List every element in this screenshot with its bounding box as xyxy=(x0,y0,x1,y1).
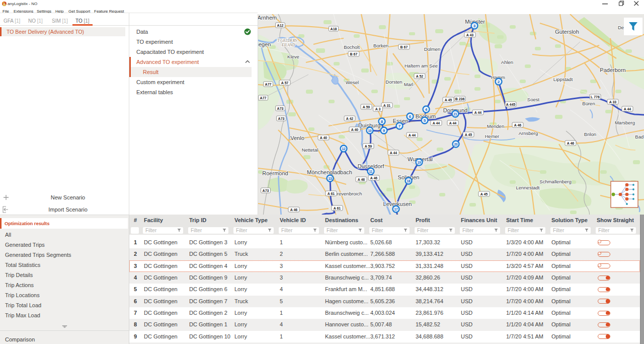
svg-text:B 67: B 67 xyxy=(400,45,408,49)
svg-text:A 42: A 42 xyxy=(346,117,354,120)
svg-text:Venlo: Venlo xyxy=(290,135,304,141)
svg-text:A 445: A 445 xyxy=(506,103,516,106)
svg-text:2: 2 xyxy=(498,80,500,84)
svg-text:Grevenbroich: Grevenbroich xyxy=(333,191,362,196)
svg-text:Soest: Soest xyxy=(527,97,540,102)
svg-text:A 45: A 45 xyxy=(465,133,472,136)
svg-text:A18: A18 xyxy=(331,27,337,31)
svg-text:5: 5 xyxy=(424,118,426,123)
svg-text:19: 19 xyxy=(417,161,421,164)
svg-text:Büren: Büren xyxy=(582,101,595,106)
svg-text:A 57: A 57 xyxy=(281,81,289,85)
svg-text:Mönchengladbach: Mönchengladbach xyxy=(307,169,352,175)
svg-text:11: 11 xyxy=(369,170,373,173)
svg-text:Ahlen: Ahlen xyxy=(501,59,513,65)
svg-text:Arnsberg: Arnsberg xyxy=(519,130,538,136)
svg-text:L 776: L 776 xyxy=(591,95,600,99)
svg-text:10: 10 xyxy=(368,129,372,132)
svg-text:EILAND: EILAND xyxy=(281,43,295,47)
svg-text:iegen: iegen xyxy=(258,41,271,47)
svg-text:Roermond: Roermond xyxy=(262,170,288,176)
svg-text:B 236: B 236 xyxy=(455,97,465,101)
svg-text:Hemer: Hemer xyxy=(485,133,500,139)
svg-text:A 40: A 40 xyxy=(320,136,328,140)
svg-text:Bad A: Bad A xyxy=(635,134,644,140)
svg-text:A 45: A 45 xyxy=(445,98,452,102)
svg-text:A73: A73 xyxy=(263,189,269,192)
svg-text:Borken: Borken xyxy=(373,43,388,48)
svg-text:A 46: A 46 xyxy=(514,123,522,127)
svg-text:A 31: A 31 xyxy=(383,104,391,107)
svg-text:B 67: B 67 xyxy=(350,52,358,56)
svg-text:6: 6 xyxy=(409,114,412,119)
svg-text:Brilon: Brilon xyxy=(584,131,596,137)
svg-text:Haltern am See: Haltern am See xyxy=(405,63,438,68)
svg-text:A77: A77 xyxy=(260,96,267,100)
svg-text:A 61: A 61 xyxy=(334,207,341,210)
svg-text:Bocholt: Bocholt xyxy=(344,44,360,50)
svg-text:A 59: A 59 xyxy=(363,105,370,109)
svg-text:4: 4 xyxy=(425,107,428,112)
svg-text:De: De xyxy=(618,25,624,30)
svg-text:20: 20 xyxy=(454,143,458,146)
svg-text:A73: A73 xyxy=(277,107,284,110)
svg-text:A12: A12 xyxy=(277,24,284,27)
svg-text:A 43: A 43 xyxy=(466,33,474,37)
svg-text:A 44: A 44 xyxy=(624,107,631,111)
svg-text:Lennestadt: Lennestadt xyxy=(516,185,539,190)
svg-text:A 45: A 45 xyxy=(480,192,488,196)
svg-text:Wesel: Wesel xyxy=(346,80,359,85)
svg-text:Arnhem: Arnhem xyxy=(258,15,277,21)
svg-text:A 59: A 59 xyxy=(365,145,372,148)
svg-text:A 44: A 44 xyxy=(409,133,416,137)
svg-text:Gütersloh: Gütersloh xyxy=(555,29,579,35)
svg-text:A 46: A 46 xyxy=(290,208,298,212)
svg-text:A77: A77 xyxy=(265,83,272,86)
svg-text:A 46: A 46 xyxy=(370,176,378,180)
svg-text:12: 12 xyxy=(342,147,346,151)
svg-text:A 52: A 52 xyxy=(416,75,424,78)
svg-text:Dorsten: Dorsten xyxy=(385,79,402,85)
svg-text:A 44: A 44 xyxy=(449,121,457,125)
svg-text:A 44: A 44 xyxy=(474,111,482,114)
svg-text:A 3: A 3 xyxy=(375,107,381,111)
svg-text:A 61: A 61 xyxy=(328,192,335,195)
svg-text:Marsberg: Marsberg xyxy=(615,120,635,125)
svg-text:A 44: A 44 xyxy=(390,151,397,155)
svg-text:Dülmen: Dülmen xyxy=(424,46,441,52)
svg-text:Kleve: Kleve xyxy=(287,54,299,59)
svg-text:21: 21 xyxy=(453,112,457,116)
svg-text:3: 3 xyxy=(473,24,476,28)
svg-text:Marl: Marl xyxy=(404,82,413,87)
svg-text:8: 8 xyxy=(381,119,383,124)
svg-text:A 40: A 40 xyxy=(351,128,359,131)
svg-text:A 46: A 46 xyxy=(567,142,575,145)
svg-text:A 33: A 33 xyxy=(609,100,617,104)
svg-text:Paderborn: Paderborn xyxy=(600,67,625,73)
svg-text:17: 17 xyxy=(394,208,398,211)
svg-text:A 44: A 44 xyxy=(433,121,440,125)
svg-text:'T GELDERS: 'T GELDERS xyxy=(277,38,297,43)
svg-text:7: 7 xyxy=(398,124,401,128)
svg-text:9: 9 xyxy=(383,128,385,133)
svg-text:Nettetal: Nettetal xyxy=(302,147,318,153)
svg-text:A 46: A 46 xyxy=(358,178,365,181)
svg-text:A73: A73 xyxy=(278,117,285,120)
svg-text:Menden: Menden xyxy=(487,123,504,129)
svg-text:Schmallenberg: Schmallenberg xyxy=(539,179,571,184)
svg-text:13: 13 xyxy=(328,177,332,180)
svg-text:18: 18 xyxy=(407,179,411,183)
svg-text:Lippstadt: Lippstadt xyxy=(553,77,573,82)
